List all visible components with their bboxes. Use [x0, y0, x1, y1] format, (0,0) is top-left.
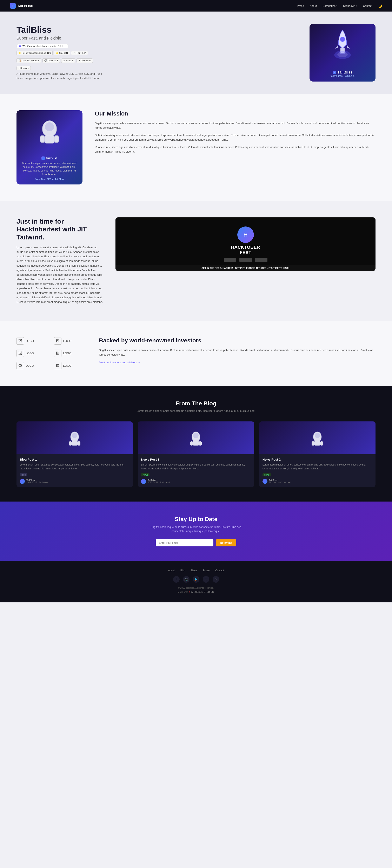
- post-date-2: 2022-04-18 · 2 min read: [148, 482, 170, 484]
- nav-links: Prose About Categories ▾ Dropdown ▾ Cont…: [297, 4, 382, 8]
- hero-image: T TailBliss tailwindcss + alpine.js: [309, 24, 375, 82]
- footer-link-prose[interactable]: Prose: [203, 569, 209, 572]
- blog-card-robot-3: [309, 428, 326, 448]
- gh-fork-btn[interactable]: 🍴 Fork 147: [71, 51, 88, 55]
- nav-link-contact[interactable]: Contact: [363, 4, 372, 7]
- blog-card-img-3: [259, 422, 375, 454]
- logo-label-1: LOGO: [26, 339, 34, 343]
- hackfest-title: HACKTOBERFEST: [231, 245, 260, 255]
- blog-tag-1: Blog: [20, 473, 27, 476]
- blog-card-body-2: News Post 1 Lorem ipsum dolor sit amet, …: [138, 454, 254, 487]
- gh-discuss-btn[interactable]: 💬 Discuss 8: [43, 59, 60, 63]
- navbar: T TAILBLISS Prose About Categories ▾ Dro…: [0, 0, 392, 11]
- blog-post-2-tags: News: [141, 473, 251, 476]
- logo-item-6: 🖼 LOGO: [54, 362, 87, 369]
- investors-link[interactable]: Meet our investors and advisors →: [99, 361, 140, 364]
- newsletter-email-input[interactable]: [156, 539, 214, 547]
- rss-icon[interactable]: ⊙: [213, 576, 219, 583]
- nav-logo[interactable]: T TAILBLISS: [10, 3, 33, 9]
- svg-rect-26: [314, 441, 320, 445]
- author-info-3: TailBliss 2022-04-18 · 3 min read: [269, 479, 291, 484]
- footer-socials: f 📷 🐦 ⌥ ⊙: [17, 576, 375, 583]
- svg-rect-8: [44, 135, 55, 143]
- logos-grid: 🖼 LOGO 🖼 LOGO 🖼 LOGO 🖼 LOGO 🖼 LOGO 🖼 LOG…: [17, 337, 87, 369]
- blog-card-img-1: [17, 422, 133, 454]
- logo-item-5: 🖼 LOGO: [17, 362, 49, 369]
- hero-right-title: TailBliss: [338, 70, 353, 74]
- svg-rect-15: [69, 441, 72, 445]
- badge-dot: [19, 45, 21, 47]
- blog-card-robot-1: [66, 428, 83, 448]
- logo-label-4: LOGO: [63, 352, 71, 355]
- blog-post-3-author: TailBliss 2022-04-18 · 3 min read: [262, 479, 372, 484]
- twitter-icon[interactable]: 🐦: [193, 576, 199, 583]
- gh-follow-btn[interactable]: ⭐ Follow @nusser.studios 196: [17, 51, 53, 55]
- logo-item-1: 🖼 LOGO: [17, 337, 49, 345]
- blog-post-2-desc: Lorem ipsum dolor sit amet, consectetur …: [141, 463, 251, 471]
- newsletter-section: Stay Up to Date Sagittis scelerisque nul…: [0, 501, 392, 561]
- blog-card-3: News Post 2 Lorem ipsum dolor sit amet, …: [259, 422, 375, 487]
- mission-content: Our Mission Sagittis scelerisque nulla c…: [95, 110, 375, 157]
- logo-box-1: 🖼: [17, 337, 24, 345]
- hero-right-sub: tailwindcss + alpine.js: [331, 74, 355, 78]
- mission-author: John Doe, CEO at TailBliss: [21, 178, 78, 180]
- author-info-2: TailBliss 2022-04-18 · 2 min read: [148, 479, 170, 484]
- github-buttons-2: 📋 Use this template 💬 Discuss 8 ⚠ Issue …: [17, 59, 103, 63]
- post-date-3: 2022-04-18 · 3 min read: [269, 482, 291, 484]
- sponsor-logo-1: [224, 258, 236, 262]
- nav-dropdown-categories[interactable]: Categories ▾: [323, 4, 337, 7]
- blog-post-1-desc: Lorem ipsum dolor sit amet, consectetur …: [20, 463, 130, 471]
- gh-issue-btn[interactable]: ⚠ Issue 8: [61, 59, 75, 63]
- moon-icon[interactable]: 🌙: [378, 4, 382, 8]
- badge-label: What's new: [23, 45, 35, 48]
- hacktober-left: Just in time for Hacktoberfest with JIT …: [17, 217, 103, 304]
- gh-download-btn[interactable]: ⬇ Download: [77, 59, 93, 63]
- svg-rect-21: [190, 441, 193, 445]
- blog-post-2-author: TailBliss 2022-04-18 · 2 min read: [141, 479, 251, 484]
- nav-link-prose[interactable]: Prose: [297, 4, 304, 7]
- investors-content: Backed by world-renowned investors Sagit…: [99, 337, 375, 364]
- gh-template-btn[interactable]: 📋 Use this template: [17, 59, 41, 63]
- badge-text: Just shipped version 0.1.1 →: [36, 45, 66, 48]
- footer-link-news[interactable]: News: [191, 569, 197, 572]
- blog-card-robot-2: [188, 428, 204, 448]
- mission-p1: Sagittis scelerisque nulla cursus in eni…: [95, 121, 375, 130]
- footer-link-blog[interactable]: Blog: [180, 569, 186, 572]
- svg-point-12: [72, 433, 77, 438]
- author-name-2: TailBliss: [148, 479, 170, 482]
- blog-card-1: Blog Post 1 Lorem ipsum dolor sit amet, …: [17, 422, 133, 487]
- post-date-1: 2022-06-18 · 2 min read: [26, 482, 49, 484]
- mission-title: Our Mission: [95, 110, 375, 117]
- footer-link-about[interactable]: About: [168, 569, 174, 572]
- blog-post-3-desc: Lorem ipsum dolor sit amet, consectetur …: [262, 463, 372, 471]
- mission-p2: Sollicitudin tristique eros erat odio se…: [95, 133, 375, 142]
- blog-tag-2: News: [141, 473, 149, 476]
- mission-quote: Tincidunt integer commodo, cursus, etiam…: [21, 161, 78, 176]
- svg-rect-28: [320, 441, 323, 445]
- blog-title: From The Blog: [17, 400, 375, 407]
- svg-point-6: [45, 122, 54, 131]
- instagram-icon[interactable]: 📷: [183, 576, 190, 583]
- mission-brand-name: TailBliss: [46, 156, 58, 160]
- brand-mini-icon: T: [41, 156, 45, 160]
- author-avatar-1: [20, 479, 25, 484]
- github-icon[interactable]: ⌥: [203, 576, 209, 583]
- logo-label-6: LOGO: [63, 364, 71, 367]
- astronaut-icon: [33, 113, 66, 150]
- hero-subtitle: Super Fast, and Flexible: [17, 36, 103, 40]
- nav-link-about[interactable]: About: [310, 4, 317, 7]
- gh-star-btn[interactable]: ⭐ Star 331: [54, 51, 70, 55]
- blog-tag-3: News: [262, 473, 271, 476]
- logo-label-5: LOGO: [26, 364, 34, 367]
- svg-rect-9: [40, 135, 45, 143]
- facebook-icon[interactable]: f: [173, 576, 179, 583]
- footer-link-contact[interactable]: Contact: [215, 569, 224, 572]
- gh-sponsor-btn[interactable]: ♥ Sponsor: [17, 66, 31, 70]
- nav-dropdown-dropdown[interactable]: Dropdown ▾: [343, 4, 357, 7]
- svg-rect-20: [193, 441, 199, 445]
- newsletter-submit-button[interactable]: Notify me: [216, 539, 236, 547]
- sponsor-logo-2: [240, 258, 252, 262]
- logo-icon: T: [10, 3, 16, 9]
- svg-rect-10: [54, 135, 59, 143]
- investors-body: Sagittis scelerisque nulla cursus in eni…: [99, 348, 375, 357]
